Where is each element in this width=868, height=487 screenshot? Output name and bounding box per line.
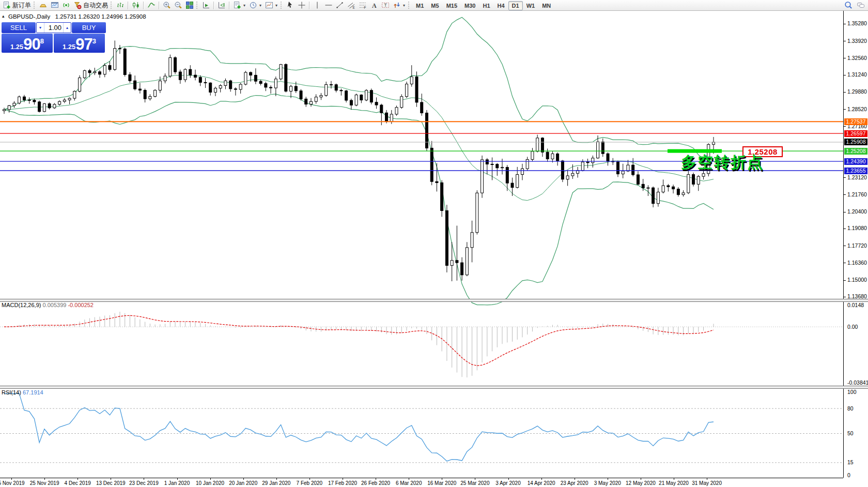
candle-chart-button[interactable] [130,1,142,10]
chat-icon[interactable] [857,1,865,9]
new-order-label: 新订单 [12,1,31,10]
chart-shift-button[interactable] [216,1,227,10]
date-tick [707,478,707,480]
volume-input[interactable]: 1.00 [44,23,63,33]
toolbar-handle [111,2,113,9]
date-label: 13 Dec 2019 [96,480,126,486]
crosshair-button[interactable] [296,1,307,10]
sell-price-button[interactable]: 1.25 90 8 [2,34,53,53]
date-label: 7 Feb 2020 [297,480,323,486]
date-tick [343,478,343,480]
turning-point-annotation[interactable]: 多空转折点 [681,152,764,173]
text-label-icon: T [381,1,390,9]
date-label: 5 Nov 2019 [0,480,25,486]
chart-canvas[interactable] [0,0,868,487]
svg-text:F: F [364,6,366,9]
timeframe-H1[interactable]: H1 [479,1,493,10]
toolbar-handle [408,2,410,9]
chevron-down-icon[interactable]: ▾ [243,3,246,8]
tile-windows-button[interactable] [184,1,195,10]
chevron-down-icon[interactable]: ▾ [402,3,406,8]
timeframe-M30[interactable]: M30 [461,1,479,10]
volume-down-button[interactable]: ▾ [37,23,44,33]
sell-price-small: 1.25 [10,43,23,51]
date-tick [641,478,641,480]
date-label: 25 Nov 2019 [30,480,59,486]
date-axis[interactable]: 5 Nov 201925 Nov 20194 Dec 201913 Dec 20… [0,478,843,487]
market-watch-button[interactable] [38,1,49,10]
toolbar-handle [196,2,198,9]
date-tick [475,478,475,480]
horizontal-line-button[interactable] [323,1,334,10]
zoom-out-button[interactable] [173,1,184,10]
channel-button[interactable]: E [346,1,357,10]
panel-separator[interactable] [0,386,868,389]
date-label: 14 Apr 2020 [528,480,555,486]
price-label: 1.26597 [844,130,867,137]
crosshair-icon [298,1,306,9]
search-icon[interactable] [844,1,853,9]
timeframe-MN[interactable]: MN [538,1,554,10]
cursor-button[interactable] [285,1,296,10]
periods-button[interactable]: ▾ [247,1,264,10]
axis-tick [844,297,846,297]
chart-window-button[interactable] [49,1,60,10]
buy-price-small: 1.25 [63,43,75,51]
toolbar-handle [281,2,283,9]
timeframe-M1[interactable]: M1 [412,1,427,10]
vertical-line-button[interactable] [312,1,323,10]
timeframe-H4[interactable]: H4 [494,1,508,10]
date-tick [11,478,12,480]
oneclick-collapse-icon[interactable]: ▴ [2,13,5,19]
one-click-trading-panel: SELL ▾ 1.00 ▴ BUY 1.25 90 8 1.25 97 3 [2,22,106,53]
timeframe-M5[interactable]: M5 [427,1,442,10]
axis-tick [844,246,846,246]
price-tick-label: 0.0148 [847,302,864,308]
symbol-period-label: GBPUSD-,Daily [8,13,50,20]
date-label: 17 Feb 2020 [328,480,357,486]
fibonacci-button[interactable]: F [357,1,368,10]
new-order-button[interactable]: 新订单 [1,1,33,10]
arrows-button[interactable]: ▾ [391,1,407,10]
indicators-button[interactable]: ▾ [231,1,247,10]
chevron-down-icon[interactable]: ▾ [259,3,262,8]
timeframe-D1[interactable]: D1 [508,1,523,10]
axis-tick [844,212,846,212]
text-button[interactable]: A [368,1,380,10]
buy-button[interactable]: BUY [72,22,106,33]
price-axis[interactable]: 1.352801.339201.325601.312401.298801.285… [843,11,868,478]
sell-button[interactable]: SELL [2,22,36,33]
timeframe-W1[interactable]: W1 [523,1,539,10]
toolbar-separator [213,2,214,9]
templates-button[interactable]: ▾ [264,1,280,10]
date-tick [78,478,78,480]
date-tick [44,478,45,480]
price-tick-label: 1.31240 [847,71,867,78]
trendline-button[interactable] [334,1,346,10]
axis-tick [844,126,846,127]
buy-price-big: 97 [75,37,92,52]
date-tick [376,478,376,480]
signals-button[interactable] [60,1,72,10]
chevron-down-icon[interactable]: ▾ [275,3,278,8]
hline-icon [324,1,333,9]
market-watch-icon [39,1,48,9]
price-label: 1.23655 [844,168,867,174]
axis-tick [844,109,846,110]
zoom-in-button[interactable] [161,1,173,10]
svg-text:T: T [384,3,387,8]
bar-chart-button[interactable] [115,1,126,10]
buy-price-button[interactable]: 1.25 97 3 [54,34,105,53]
price-label: 1.25908 [844,139,867,145]
axis-tick [844,75,846,75]
text-label-button[interactable]: T [380,1,391,10]
date-tick [674,478,674,480]
volume-up-button[interactable]: ▴ [63,23,71,33]
timeframe-M15[interactable]: M15 [443,1,461,10]
autotrade-button[interactable]: 自动交易 [72,1,110,10]
line-chart-button[interactable] [146,1,157,10]
axis-tick [844,263,846,263]
panel-separator[interactable] [0,299,868,302]
auto-scroll-button[interactable] [200,1,212,10]
timeframe-group: M1M5M15M30H1H4D1W1MN [412,1,554,10]
